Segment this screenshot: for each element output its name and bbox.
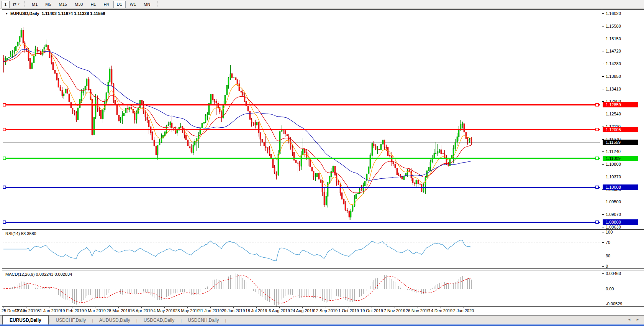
macd-indicator-pane: MACD(12,26,9) 0.002243 0.002834 0.004630… xyxy=(2,270,644,307)
price-level-badge: 1.11009 xyxy=(603,156,638,161)
chart-title: ▼ EURUSD,Daily 1.11403 1.11674 1.11328 1… xyxy=(5,11,105,16)
price-tick-label: 1.14720 xyxy=(602,48,621,54)
price-tick-label: 1.08630 xyxy=(602,224,621,230)
macd-label: MACD(12,26,9) 0.002243 0.002834 xyxy=(5,272,72,277)
tab-scroll-right-icon[interactable]: ► xyxy=(636,318,639,321)
moving-average-mid[interactable] xyxy=(3,51,471,193)
line-anchor-marker[interactable] xyxy=(3,221,6,224)
chart-tab-bar: ◄ ► EURUSD,Daily|USDCHF,Daily|AUDUSD,Dai… xyxy=(0,315,644,324)
toolbar-grip xyxy=(25,1,26,7)
macd-axis: 0.004630.00-0.00529 xyxy=(602,270,644,306)
price-tick-label: 1.13410 xyxy=(602,86,621,92)
top-toolbar: T ⇄ ▼ M1M5M15M30H1H4D1W1MN xyxy=(0,0,644,9)
time-axis-label: 18 Jul 2019 xyxy=(246,308,267,313)
macd-tick-label: 0.00 xyxy=(602,286,614,291)
line-anchor-marker[interactable] xyxy=(596,186,598,189)
chart-tab-usdchf[interactable]: USDCHF,Daily xyxy=(50,316,92,324)
time-axis-label: 12 Sep 2019 xyxy=(314,308,338,313)
line-anchor-marker[interactable] xyxy=(596,104,598,106)
time-axis-label: 6 Aug 2019 xyxy=(269,308,290,313)
price-chart-canvas[interactable] xyxy=(2,10,602,228)
text-tool-button[interactable]: T xyxy=(2,1,10,8)
time-axis-label: 11 Jun 2019 xyxy=(199,308,222,313)
price-tick-label: 1.10800 xyxy=(602,161,621,167)
line-anchor-marker[interactable] xyxy=(3,186,6,189)
timeframe-button-mn[interactable]: MN xyxy=(140,1,154,8)
line-anchor-marker[interactable] xyxy=(596,157,598,160)
rsi-tick-label: 30 xyxy=(602,253,610,258)
price-tick-label: 1.15580 xyxy=(602,23,621,29)
time-axis-label: 28 Mar 2019 xyxy=(107,308,130,313)
rsi-indicator-pane: RSI(14) 53.3580 10070300 xyxy=(2,229,644,269)
line-anchor-marker[interactable] xyxy=(3,128,6,131)
moving-average-fast[interactable] xyxy=(3,44,471,205)
time-axis-label: 1 Oct 2019 xyxy=(338,308,359,313)
price-tick-label: 1.10370 xyxy=(602,174,621,179)
price-level-badge: 1.12859 xyxy=(603,102,638,107)
rsi-line[interactable] xyxy=(3,240,471,261)
time-axis-label: 29 Jun 2019 xyxy=(222,308,245,313)
title-marker-icon: ▼ xyxy=(5,12,8,15)
time-axis-label: 4 May 2019 xyxy=(153,308,175,313)
chart-tab-eurusd[interactable]: EURUSD,Daily xyxy=(2,315,49,324)
price-tick-label: 1.09500 xyxy=(602,199,621,204)
chevron-down-icon: ▼ xyxy=(18,3,20,5)
price-chart-pane: ▼ EURUSD,Daily 1.11403 1.11674 1.11328 1… xyxy=(2,9,644,228)
timeframe-button-m5[interactable]: M5 xyxy=(42,1,54,8)
time-axis-label: 7 Nov 2019 xyxy=(384,308,405,313)
tab-scroll-left-icon[interactable]: ◄ xyxy=(628,318,631,321)
timeframe-button-h1[interactable]: H1 xyxy=(87,1,99,8)
chart-tab-audusd[interactable]: AUDUSD,Daily xyxy=(93,316,136,324)
price-level-badge: 1.08800 xyxy=(603,219,638,225)
price-tick-label: 1.16020 xyxy=(602,11,621,16)
cycle-timeframes-button[interactable]: ⇄ ▼ xyxy=(11,1,21,8)
time-axis-label: 26 Nov 2019 xyxy=(406,308,429,313)
time-axis-label: 14 Dec 2019 xyxy=(429,308,452,313)
rsi-tick-label: 100 xyxy=(602,229,613,235)
time-axis-label: 12 Jan 2019 xyxy=(15,308,38,313)
macd-tick-label: -0.00529 xyxy=(602,301,622,306)
line-anchor-marker[interactable] xyxy=(596,221,598,224)
rsi-tick-label: 0 xyxy=(602,263,608,269)
price-level-badge: 1.12005 xyxy=(603,127,638,132)
timeframe-button-m15[interactable]: M15 xyxy=(56,1,70,8)
timeframe-button-group: M1M5M15M30H1H4D1W1MN xyxy=(28,1,154,8)
price-tick-label: 1.14280 xyxy=(602,61,621,66)
time-axis-label: 31 Jan 2019 xyxy=(38,308,61,313)
macd-histogram xyxy=(4,273,472,306)
timeframe-button-m1[interactable]: M1 xyxy=(28,1,41,8)
line-anchor-marker[interactable] xyxy=(596,128,598,131)
rsi-axis: 10070300 xyxy=(602,230,644,268)
time-axis-label: 19 Feb 2019 xyxy=(60,308,84,313)
macd-canvas[interactable] xyxy=(2,270,602,306)
timeframe-button-w1[interactable]: W1 xyxy=(126,1,140,8)
rsi-tick-label: 70 xyxy=(602,240,610,245)
line-anchor-marker[interactable] xyxy=(3,104,6,106)
price-tick-label: 1.09070 xyxy=(602,212,621,217)
price-axis: 1.160201.155801.151501.147201.142801.138… xyxy=(602,10,644,228)
chart-symbol: EURUSD,Daily xyxy=(10,11,39,16)
time-axis: 25 Dec 201812 Jan 201931 Jan 201919 Feb … xyxy=(2,307,644,315)
price-tick-label: 1.13850 xyxy=(602,74,621,79)
timeframe-button-h4[interactable]: H4 xyxy=(100,1,112,8)
moving-average-slow[interactable] xyxy=(3,49,471,181)
timeframe-button-d1[interactable]: D1 xyxy=(113,1,126,8)
price-level-badge: 1.11559 xyxy=(603,140,638,145)
price-tick-label: 1.12540 xyxy=(602,111,621,117)
macd-tick-label: 0.00463 xyxy=(602,271,621,276)
line-anchor-marker[interactable] xyxy=(3,157,6,160)
rsi-canvas[interactable] xyxy=(2,230,602,268)
chart-tab-usdcad[interactable]: USDCAD,Daily xyxy=(138,316,181,324)
timeframe-button-m30[interactable]: M30 xyxy=(71,1,86,8)
time-axis-label: 23 May 2019 xyxy=(175,308,200,313)
time-axis-label: 9 Mar 2019 xyxy=(84,308,106,313)
time-axis-label: 19 Oct 2019 xyxy=(360,308,383,313)
time-axis-label: 16 Apr 2019 xyxy=(130,308,152,313)
toolbar-grip xyxy=(157,1,159,7)
price-level-badge: 1.10008 xyxy=(603,184,638,190)
rsi-label: RSI(14) 53.3580 xyxy=(5,231,36,236)
price-tick-label: 1.15150 xyxy=(602,36,621,41)
tab-separator: | xyxy=(225,316,226,324)
chart-tab-usdcnh[interactable]: USDCNH,Daily xyxy=(182,316,225,324)
time-axis-label: 2 Jan 2020 xyxy=(453,308,474,313)
